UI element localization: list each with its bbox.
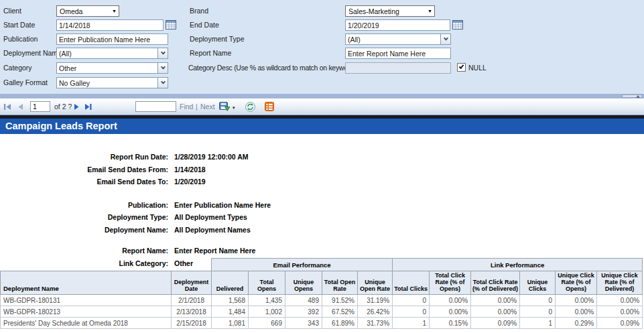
- first-page-button[interactable]: [4, 104, 11, 110]
- deployment-type-value[interactable]: [345, 34, 440, 45]
- category-combo[interactable]: [56, 62, 168, 74]
- column-header: Unique Open Rate: [358, 271, 393, 295]
- galley-format-combo[interactable]: [56, 77, 168, 88]
- publication-input[interactable]: [56, 34, 168, 45]
- table-row: Presidents' Day Schedule at Omeda 20182/…: [1, 318, 643, 329]
- table-cell: 0.15%: [430, 318, 471, 329]
- table-cell: 31.73%: [358, 318, 393, 329]
- info-row: Deployment Type:All Deployment Types: [0, 211, 644, 224]
- info-label: Email Send Dates To:: [0, 176, 168, 188]
- select-arrow-icon: ▼: [428, 9, 432, 13]
- category-value[interactable]: [56, 62, 157, 74]
- collapse-parameters-icon: [636, 95, 640, 98]
- table-cell: 0.00%: [597, 295, 643, 306]
- column-header: Total Opens: [249, 271, 285, 295]
- find-link[interactable]: Find: [180, 103, 193, 111]
- start-date-calendar-button[interactable]: [166, 19, 177, 30]
- table-cell: 0: [520, 295, 556, 306]
- table-row: WB-GDPR-1802132/13/20181,4841,00239267.5…: [1, 306, 643, 318]
- table-cell: 1,002: [249, 306, 285, 318]
- table-cell: 91.52%: [322, 295, 358, 306]
- group-header-blank: [1, 259, 212, 271]
- table-cell: 0.00%: [471, 306, 520, 318]
- info-value: Enter Report Name Here: [174, 247, 255, 255]
- galley-format-value[interactable]: [56, 77, 157, 88]
- brand-label: Brand: [190, 5, 208, 17]
- info-value: 1/14/2018: [174, 165, 206, 174]
- column-header: Deployment Date: [172, 271, 212, 295]
- last-page-button[interactable]: [84, 104, 92, 110]
- column-header: Total Click Rate (% of Opens): [430, 271, 471, 295]
- column-header: Total Open Rate: [322, 271, 358, 295]
- table-cell: 31.19%: [358, 295, 393, 306]
- table-cell: 1: [393, 318, 430, 329]
- info-label: Email Send Dates From:: [0, 163, 168, 176]
- export-dropdown-button[interactable]: ▾: [233, 105, 235, 110]
- column-header: Unique Clicks: [520, 271, 556, 295]
- table-cell: 343: [285, 318, 322, 329]
- brand-select[interactable]: Sales-Marketing ▼: [345, 5, 435, 17]
- page-number-input[interactable]: [30, 101, 50, 112]
- info-value: Enter Publication Name Here: [174, 201, 271, 209]
- table-cell: WB-GDPR-180213: [1, 306, 172, 318]
- performance-table: Email Performance Link Performance Deplo…: [0, 258, 643, 329]
- combo-dropdown-button[interactable]: [157, 77, 168, 88]
- start-date-label: Start Date: [3, 19, 35, 31]
- export-button[interactable]: [219, 102, 231, 112]
- collapse-parameters-button[interactable]: [622, 94, 642, 98]
- first-page-icon: [4, 104, 11, 110]
- table-cell: 0.00%: [556, 295, 597, 306]
- deployment-name-value[interactable]: [56, 48, 157, 59]
- info-row: Email Send Dates From:1/14/2018: [0, 163, 644, 176]
- last-page-icon: [84, 104, 92, 110]
- combo-dropdown-button[interactable]: [157, 48, 168, 59]
- table-cell: 61.89%: [322, 318, 358, 329]
- category-label: Category: [3, 62, 32, 74]
- report-name-input[interactable]: [345, 48, 451, 59]
- refresh-button[interactable]: [245, 102, 255, 112]
- table-cell: 0: [393, 306, 430, 318]
- end-date-label: End Date: [190, 19, 219, 31]
- start-date-input[interactable]: [56, 19, 164, 31]
- data-feed-button[interactable]: [265, 102, 274, 111]
- table-cell: 0.09%: [597, 318, 643, 329]
- deployment-name-label: Deployment Name: [3, 48, 62, 59]
- combo-dropdown-button[interactable]: [440, 34, 451, 45]
- calendar-icon: [452, 19, 464, 30]
- category-desc-input[interactable]: [345, 62, 451, 74]
- table-cell: 0: [520, 306, 556, 318]
- table-cell: 0.29%: [556, 318, 597, 329]
- column-header: Unique Click Rate (% of Opens): [556, 271, 597, 295]
- galley-format-label: Galley Format: [3, 77, 48, 88]
- table-cell: 0.00%: [430, 295, 471, 306]
- next-page-button[interactable]: [74, 104, 79, 110]
- table-header-row: Deployment Name Deployment Date Delivere…: [1, 271, 643, 295]
- info-label: Publication:: [0, 199, 168, 212]
- table-row: WB-GDPR-1801312/1/20181,5681,43548991.52…: [1, 295, 643, 306]
- previous-page-button[interactable]: [18, 104, 23, 110]
- info-row: Email Send Dates To:1/20/2019: [0, 176, 644, 188]
- find-input[interactable]: [135, 101, 176, 112]
- client-select[interactable]: Omeda ▼: [56, 5, 119, 17]
- table-cell: 0.00%: [597, 306, 643, 318]
- table-cell: 1,081: [212, 318, 249, 329]
- chevron-down-icon: ▾: [233, 105, 235, 110]
- select-arrow-icon: ▼: [112, 9, 117, 13]
- info-row: Report Name:Enter Report Name Here: [0, 245, 644, 257]
- table-group-header-row: Email Performance Link Performance: [1, 259, 643, 271]
- find-next-link[interactable]: Next: [200, 103, 215, 111]
- group-header-email-performance: Email Performance: [212, 259, 393, 271]
- info-value: 1/20/2019: [174, 178, 206, 186]
- deployment-name-combo[interactable]: [56, 48, 168, 59]
- null-checkbox[interactable]: [457, 63, 466, 72]
- table-cell: 669: [249, 318, 285, 329]
- combo-dropdown-button[interactable]: [157, 62, 168, 74]
- end-date-input[interactable]: [345, 19, 450, 31]
- parameter-splitter: [0, 94, 644, 98]
- end-date-calendar-button[interactable]: [452, 19, 464, 30]
- table-cell: 1,568: [212, 295, 249, 306]
- table-cell: 1,484: [212, 306, 249, 318]
- table-cell: 0: [393, 295, 430, 306]
- column-header: Unique Opens: [285, 271, 322, 295]
- deployment-type-combo[interactable]: [345, 34, 451, 45]
